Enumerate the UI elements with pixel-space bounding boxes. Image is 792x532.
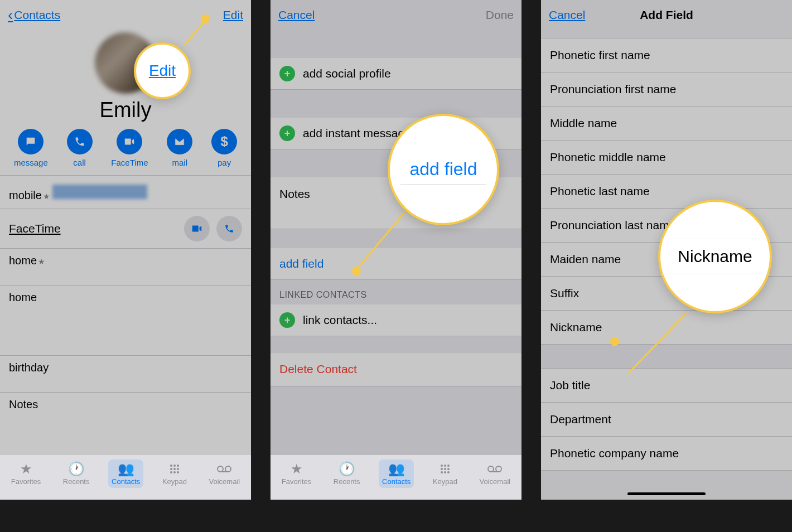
field-option-nickname[interactable]: Nickname	[541, 311, 792, 345]
svg-point-0	[170, 465, 172, 467]
field-option[interactable]: Phonetic middle name	[541, 141, 792, 175]
facetime-video-button[interactable]	[184, 216, 210, 241]
clock-icon: 🕐	[339, 462, 355, 476]
contact-header: Emily	[0, 30, 251, 122]
svg-point-22	[496, 466, 501, 472]
callout-anchor-dot	[352, 267, 361, 275]
back-button[interactable]: ‹ Contacts	[8, 6, 60, 24]
svg-point-2	[177, 465, 179, 467]
video-icon	[117, 129, 142, 154]
clock-icon: 🕐	[68, 462, 85, 476]
mail-button[interactable]: mail	[167, 129, 192, 167]
svg-point-5	[177, 468, 179, 470]
facetime-button[interactable]: FaceTime	[111, 129, 148, 167]
voicemail-icon	[486, 462, 503, 476]
back-label: Contacts	[14, 8, 60, 22]
message-icon	[18, 129, 44, 154]
svg-point-14	[447, 465, 450, 467]
svg-point-21	[488, 466, 494, 472]
svg-point-12	[441, 465, 443, 467]
plus-icon: +	[279, 125, 295, 141]
svg-point-7	[173, 471, 176, 473]
phone-number-redacted	[52, 185, 147, 199]
field-option[interactable]: Pronunciation first name	[541, 72, 792, 107]
home-address-section[interactable]: home	[0, 285, 251, 355]
message-button[interactable]: message	[14, 129, 48, 167]
add-field-button[interactable]: add field	[271, 248, 521, 280]
svg-point-19	[444, 471, 446, 473]
tab-voicemail[interactable]: Voicemail	[206, 460, 244, 488]
svg-point-20	[447, 471, 450, 473]
plus-icon: +	[279, 312, 295, 328]
add-field-screen: Cancel Add Field Phonetic first name Pro…	[541, 0, 792, 500]
contacts-icon: 👥	[118, 462, 134, 476]
svg-point-8	[177, 471, 179, 473]
tab-recents[interactable]: 🕐Recents	[60, 460, 93, 488]
svg-point-13	[444, 465, 446, 467]
field-option[interactable]: Job title	[541, 368, 792, 403]
keypad-icon	[168, 462, 181, 476]
action-row: message call FaceTime mail $ pay	[0, 122, 251, 175]
voicemail-icon	[216, 462, 233, 476]
nav-title: Add Field	[640, 8, 693, 22]
svg-point-18	[441, 471, 443, 473]
svg-point-10	[225, 466, 231, 472]
tab-keypad[interactable]: Keypad	[159, 460, 190, 488]
callout-edit: Edit	[134, 42, 191, 99]
callout-add-field: add field	[388, 114, 499, 225]
link-contacts-row[interactable]: + link contacts...	[271, 304, 521, 336]
add-social-profile-row[interactable]: + add social profile	[271, 58, 521, 90]
star-icon: ★	[20, 462, 32, 476]
contact-name: Emily	[100, 98, 152, 122]
svg-point-9	[218, 466, 223, 472]
contact-detail-screen: ‹ Contacts Edit Emily message call FaceT…	[0, 0, 251, 500]
birthday-section[interactable]: birthday	[0, 355, 251, 392]
tab-keypad[interactable]: Keypad	[429, 460, 461, 488]
callout-anchor-dot	[610, 337, 619, 346]
tab-voicemail[interactable]: Voicemail	[476, 460, 514, 488]
delete-contact-button[interactable]: Delete Contact	[271, 352, 521, 386]
notes-section[interactable]: Notes	[0, 392, 251, 418]
field-option[interactable]: Middle name	[541, 107, 792, 141]
field-option[interactable]: Department	[541, 403, 792, 437]
callout-anchor-dot	[201, 14, 210, 23]
tab-contacts[interactable]: 👥Contacts	[108, 460, 143, 488]
tab-contacts[interactable]: 👥Contacts	[379, 460, 414, 488]
tab-recents[interactable]: 🕐Recents	[330, 460, 364, 488]
svg-point-16	[444, 468, 446, 470]
navbar: Cancel Add Field	[541, 0, 792, 30]
star-icon: ★	[38, 257, 45, 266]
pay-button[interactable]: $ pay	[211, 129, 237, 167]
edit-button[interactable]: Edit	[223, 8, 243, 22]
mobile-section[interactable]: mobile★	[0, 175, 251, 209]
tab-favorites[interactable]: ★Favorites	[8, 460, 44, 488]
field-option[interactable]: Phonetic company name	[541, 437, 792, 471]
plus-icon: +	[279, 66, 295, 81]
call-button[interactable]: call	[67, 129, 93, 167]
facetime-audio-button[interactable]	[216, 216, 242, 241]
mail-icon	[167, 129, 192, 154]
cancel-button[interactable]: Cancel	[549, 8, 585, 22]
star-icon: ★	[291, 462, 303, 476]
cancel-button[interactable]: Cancel	[278, 8, 315, 22]
chevron-left-icon: ‹	[8, 6, 13, 24]
dollar-icon: $	[211, 129, 237, 154]
facetime-row: FaceTime	[0, 209, 251, 248]
tab-favorites[interactable]: ★Favorites	[278, 460, 315, 488]
tabbar: ★Favorites 🕐Recents 👥Contacts Keypad Voi…	[271, 455, 521, 500]
keypad-icon	[438, 462, 452, 476]
edit-contact-screen: Cancel Done + add social profile + add i…	[271, 0, 521, 500]
svg-point-4	[173, 468, 176, 470]
done-button[interactable]: Done	[486, 8, 514, 22]
field-option[interactable]: Phonetic first name	[541, 38, 792, 72]
linked-contacts-header: LINKED CONTACTS	[271, 280, 521, 304]
home-email-section[interactable]: home★	[0, 248, 251, 285]
tabbar: ★Favorites 🕐Recents 👥Contacts Keypad Voi…	[0, 455, 251, 500]
svg-point-3	[170, 468, 172, 470]
svg-point-17	[447, 468, 450, 470]
navbar: ‹ Contacts Edit	[0, 0, 251, 30]
svg-point-15	[441, 468, 443, 470]
svg-point-6	[170, 471, 172, 473]
field-option[interactable]: Phonetic last name	[541, 175, 792, 209]
contacts-icon: 👥	[388, 462, 405, 476]
